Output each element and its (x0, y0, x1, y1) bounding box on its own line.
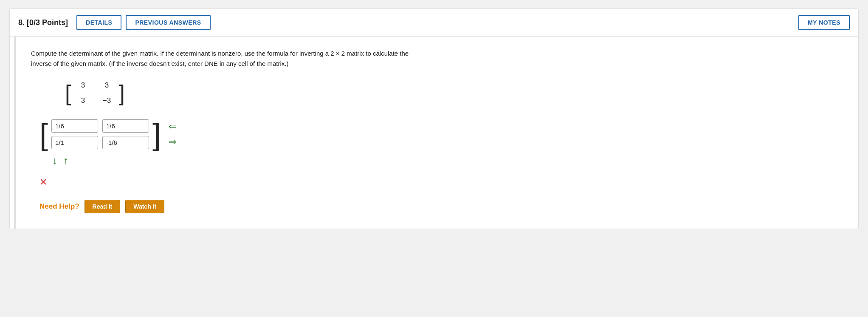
given-matrix-a21: 3 (81, 96, 85, 105)
previous-answers-button[interactable]: PREVIOUS ANSWERS (126, 15, 210, 30)
given-matrix-display: [ 3 3 3 −3 ] (65, 79, 125, 107)
input-cell-01[interactable] (102, 119, 149, 133)
given-matrix-a11: 3 (81, 81, 85, 90)
problem-text-line2: inverse of the given matrix. (If the inv… (31, 60, 288, 67)
right-arrow-button[interactable]: ⇒ (166, 136, 179, 147)
page-container: 8. [0/3 Points] DETAILS PREVIOUS ANSWERS… (9, 8, 859, 229)
my-notes-button[interactable]: MY NOTES (798, 15, 850, 30)
need-help-section: Need Help? Read It Watch It (39, 200, 843, 213)
question-label: 8. [0/3 Points] (18, 18, 68, 27)
given-matrix-a12: 3 (105, 81, 109, 90)
left-arrow-icon: ⇐ (169, 121, 176, 132)
problem-text: Compute the determinant of the given mat… (31, 48, 541, 69)
details-button[interactable]: DETAILS (76, 15, 121, 30)
down-arrow-icon: ↓ (52, 155, 57, 166)
down-arrow-button[interactable]: ↓ (51, 155, 59, 167)
input-matrix-section: [ ] ⇐ ⇒ (39, 119, 843, 150)
read-it-button[interactable]: Read It (85, 200, 121, 213)
input-cell-00[interactable] (51, 119, 98, 133)
input-cell-11[interactable] (102, 136, 149, 149)
input-cell-10[interactable] (51, 136, 98, 149)
given-matrix-left-bracket: [ (65, 82, 71, 104)
header-row: 8. [0/3 Points] DETAILS PREVIOUS ANSWERS… (10, 9, 858, 37)
input-grid (51, 119, 149, 149)
input-matrix-left-bracket: [ (39, 119, 48, 150)
arrow-buttons: ⇐ ⇒ (166, 121, 179, 147)
wrong-indicator: ✕ (39, 177, 843, 188)
right-arrow-icon: ⇒ (169, 136, 176, 147)
given-matrix-values: 3 3 3 −3 (74, 79, 115, 107)
up-arrow-icon: ↑ (63, 155, 68, 166)
watch-it-button[interactable]: Watch It (125, 200, 164, 213)
given-matrix-a22: −3 (103, 96, 111, 105)
left-arrow-button[interactable]: ⇐ (166, 121, 179, 132)
wrong-icon: ✕ (39, 177, 47, 187)
problem-text-line1: Compute the determinant of the given mat… (31, 50, 409, 57)
need-help-label: Need Help? (39, 202, 79, 211)
up-arrow-button[interactable]: ↑ (62, 155, 70, 167)
input-matrix-right-bracket: ] (152, 119, 161, 150)
given-matrix-right-bracket: ] (118, 82, 124, 104)
updown-arrows: ↓ ↑ (51, 155, 843, 167)
content-area: Compute the determinant of the given mat… (14, 37, 858, 229)
